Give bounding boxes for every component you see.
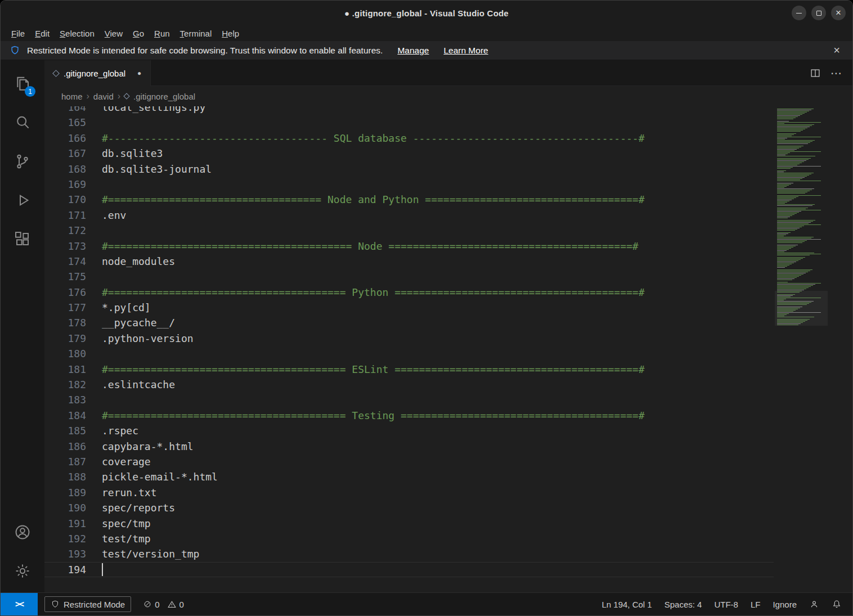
breadcrumb-home[interactable]: home	[61, 92, 83, 101]
line-number[interactable]: 166	[44, 131, 86, 146]
code-line[interactable]: 193test/version_tmp	[44, 546, 774, 561]
explorer-icon[interactable]: 1	[9, 70, 36, 97]
code-line[interactable]: 186capybara-*.html	[44, 439, 774, 454]
code-line[interactable]: 181#====================================…	[44, 362, 774, 377]
code-line[interactable]: 168db.sqlite3-journal	[44, 161, 774, 177]
menu-item-run[interactable]: Run	[149, 28, 175, 39]
line-number[interactable]: 177	[44, 300, 86, 315]
manage-link[interactable]: Manage	[397, 46, 429, 56]
minimap-slider[interactable]	[775, 291, 828, 326]
line-text[interactable]: local_settings.py	[102, 106, 205, 113]
line-number[interactable]: 176	[44, 285, 86, 300]
line-text[interactable]: .eslintcache	[102, 379, 175, 390]
code-line[interactable]: 183	[44, 392, 774, 407]
line-number[interactable]: 189	[44, 485, 86, 500]
code-line[interactable]: 171.env	[44, 208, 774, 223]
line-text[interactable]: spec/tmp	[102, 518, 151, 529]
line-text[interactable]: #=======================================…	[102, 410, 645, 421]
line-number[interactable]: 183	[44, 392, 86, 407]
maximize-button[interactable]	[811, 6, 826, 20]
tab-gitignore-global[interactable]: .gitignore_global ●	[44, 60, 151, 86]
code-line[interactable]: 192test/tmp	[44, 531, 774, 546]
line-number[interactable]: 188	[44, 469, 86, 484]
encoding-status[interactable]: UTF-8	[708, 593, 744, 615]
minimize-button[interactable]	[792, 6, 806, 20]
code-line[interactable]: 194	[44, 562, 774, 577]
notifications-bell-icon[interactable]	[825, 593, 848, 615]
code-line[interactable]: 185.rspec	[44, 423, 774, 438]
indentation-status[interactable]: Spaces: 4	[658, 593, 708, 615]
code-line[interactable]: 174node_modules	[44, 254, 774, 269]
line-number[interactable]: 193	[44, 546, 86, 561]
line-text[interactable]: *.py[cd]	[102, 302, 151, 313]
line-text[interactable]: __pycache__/	[102, 317, 175, 329]
code-line[interactable]: 179.python-version	[44, 331, 774, 346]
line-text[interactable]: test/version_tmp	[102, 548, 199, 560]
breadcrumb-david[interactable]: david	[93, 92, 114, 101]
code-line[interactable]: 177*.py[cd]	[44, 300, 774, 315]
breadcrumb-file[interactable]: .gitignore_global	[124, 92, 195, 101]
split-editor-icon[interactable]	[809, 67, 821, 79]
close-button[interactable]: ×	[831, 6, 846, 20]
menu-item-view[interactable]: View	[100, 28, 128, 39]
line-number[interactable]: 175	[44, 269, 86, 284]
code-line[interactable]: 167db.sqlite3	[44, 146, 774, 161]
line-number[interactable]: 192	[44, 531, 86, 546]
menu-item-terminal[interactable]: Terminal	[175, 28, 217, 39]
line-number[interactable]: 170	[44, 192, 86, 207]
menu-item-go[interactable]: Go	[128, 28, 149, 39]
restricted-mode-status[interactable]: Restricted Mode	[44, 596, 131, 612]
line-number[interactable]: 185	[44, 423, 86, 438]
more-actions-icon[interactable]: ⋯	[830, 66, 842, 80]
menu-item-file[interactable]: File	[6, 28, 30, 39]
line-text[interactable]: .python-version	[102, 332, 194, 344]
language-mode-status[interactable]: Ignore	[766, 593, 803, 615]
code-line[interactable]: 187coverage	[44, 454, 774, 469]
line-number[interactable]: 172	[44, 223, 86, 238]
line-number[interactable]: 184	[44, 408, 86, 423]
line-text[interactable]: capybara-*.html	[102, 440, 194, 452]
code-line[interactable]: 176#====================================…	[44, 285, 774, 300]
line-text[interactable]: coverage	[102, 456, 151, 467]
line-number[interactable]: 194	[44, 562, 86, 577]
search-icon[interactable]	[9, 109, 36, 136]
line-text[interactable]: #=======================================…	[102, 363, 645, 375]
code-line[interactable]: 180	[44, 346, 774, 361]
code-editor[interactable]: 164local_settings.py165166#-------------…	[44, 106, 852, 592]
line-text[interactable]: #=================================== Nod…	[102, 194, 645, 205]
line-number[interactable]: 186	[44, 439, 86, 454]
code-line[interactable]: 166#------------------------------------…	[44, 131, 774, 146]
menu-item-selection[interactable]: Selection	[55, 28, 100, 39]
line-number[interactable]: 190	[44, 500, 86, 515]
menu-item-edit[interactable]: Edit	[30, 28, 55, 39]
line-text[interactable]: .rspec	[102, 425, 138, 437]
line-number[interactable]: 187	[44, 454, 86, 469]
line-text[interactable]: .env	[102, 209, 126, 221]
menu-item-help[interactable]: Help	[217, 28, 244, 39]
code-line[interactable]: 178__pycache__/	[44, 315, 774, 330]
code-line[interactable]: 184#====================================…	[44, 408, 774, 423]
cursor-position-status[interactable]: Ln 194, Col 1	[595, 593, 658, 615]
code-line[interactable]: 190spec/reports	[44, 500, 774, 515]
line-text[interactable]: #=======================================…	[102, 286, 645, 298]
code-line[interactable]: 188pickle-email-*.html	[44, 469, 774, 484]
learn-more-link[interactable]: Learn More	[443, 46, 488, 56]
line-number[interactable]: 168	[44, 161, 86, 177]
code-line[interactable]: 164local_settings.py	[44, 106, 774, 115]
line-number[interactable]: 164	[44, 106, 86, 115]
code-line[interactable]: 175	[44, 269, 774, 284]
settings-gear-icon[interactable]	[9, 557, 36, 584]
line-number[interactable]: 174	[44, 254, 86, 269]
line-number[interactable]: 180	[44, 346, 86, 361]
code-line[interactable]: 169	[44, 177, 774, 192]
line-number[interactable]: 169	[44, 177, 86, 192]
code-line[interactable]: 172	[44, 223, 774, 238]
line-number[interactable]: 167	[44, 146, 86, 161]
minimap[interactable]	[777, 107, 825, 326]
line-text[interactable]: rerun.txt	[102, 487, 157, 498]
line-number[interactable]: 191	[44, 516, 86, 531]
line-text[interactable]: db.sqlite3	[102, 147, 163, 159]
modified-indicator[interactable]: ●	[137, 69, 141, 77]
code-line[interactable]: 189rerun.txt	[44, 485, 774, 500]
account-icon[interactable]	[9, 519, 36, 546]
